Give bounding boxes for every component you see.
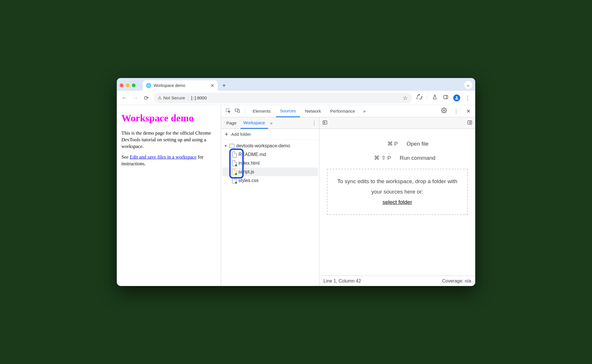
close-tab-button[interactable]: ✕ [210, 83, 214, 88]
url-text: [::]:8000 [191, 95, 207, 100]
cursor-position: Line 1, Column 42 [323, 278, 361, 284]
file-index-html[interactable]: index.html [222, 159, 318, 168]
page-paragraph-2: See Edit and save files in a workspace f… [121, 154, 216, 167]
content-area: Workspace demo This is the demo page for… [117, 105, 475, 286]
collapse-navigator-icon[interactable] [322, 120, 328, 126]
tab-title: Workspace demo [154, 83, 185, 88]
navigator-menu-icon[interactable]: ⋮ [312, 120, 317, 126]
address-bar[interactable]: ⚠ Not Secure [::]:8000 ☆ [154, 93, 412, 103]
new-tab-button[interactable]: + [219, 80, 229, 91]
tab-sources[interactable]: Sources [276, 105, 300, 117]
tab-search-button[interactable]: ⌄ [464, 81, 472, 89]
back-button[interactable]: ← [121, 94, 128, 101]
workspace-tutorial-link[interactable]: Edit and save files in a workspace [130, 154, 197, 160]
tree-folder[interactable]: ▼ devtools-workspace-demo [222, 142, 318, 150]
tab-elements[interactable]: Elements [249, 105, 275, 117]
more-subtabs-icon[interactable]: » [270, 120, 273, 125]
file-tree: ▼ devtools-workspace-demo README.md inde… [221, 140, 319, 187]
file-label: README.md [238, 152, 266, 157]
file-icon [232, 178, 237, 183]
caret-down-icon: ▼ [224, 144, 227, 148]
page-heading: Workspace demo [121, 112, 216, 125]
file-styles-css[interactable]: styles.css [222, 176, 318, 185]
profile-button[interactable] [453, 94, 460, 101]
collapse-debugger-icon[interactable] [467, 120, 472, 126]
folder-icon [229, 144, 234, 148]
editor-toolbar [319, 117, 475, 129]
subtab-workspace[interactable]: Workspace [240, 118, 268, 129]
devtools-body: Page Workspace » ⋮ + Add folder ▼ [221, 117, 475, 286]
file-script-js[interactable]: script.js [222, 168, 318, 176]
shortcut-label: Open file [406, 141, 428, 147]
more-tabs-icon[interactable]: » [360, 109, 368, 114]
svg-rect-4 [238, 110, 240, 112]
security-chip[interactable]: ⚠ Not Secure [158, 95, 185, 101]
tab-performance[interactable]: Performance [326, 105, 359, 117]
globe-icon: 🌐 [146, 83, 151, 88]
add-folder-button[interactable]: + Add folder [221, 129, 319, 140]
file-icon [232, 160, 237, 166]
browser-toolbar: ← → ⟳ ⚠ Not Secure [::]:8000 ☆ ⋮ [117, 91, 475, 105]
browser-tab[interactable]: 🌐 Workspace demo ✕ [143, 80, 218, 91]
devtools-panel: Elements Sources Network Performance » ⋮… [221, 105, 475, 286]
add-folder-label: Add folder [231, 132, 251, 137]
warning-icon: ⚠ [158, 95, 162, 101]
svg-point-5 [443, 110, 445, 111]
close-window-button[interactable] [120, 83, 123, 87]
sources-navigator: Page Workspace » ⋮ + Add folder ▼ [221, 117, 319, 286]
svg-rect-0 [444, 95, 448, 99]
settings-icon[interactable] [440, 107, 448, 115]
device-toggle-icon[interactable] [233, 108, 241, 114]
page-content: Workspace demo This is the demo page for… [117, 105, 221, 286]
sources-editor-pane: ⌘ P Open file ⌘ ⇧ P Run command To sync … [319, 117, 475, 286]
extensions-icon[interactable] [416, 94, 423, 101]
maximize-window-button[interactable] [132, 83, 136, 87]
shortcut-keys: ⌘ ⇧ P [359, 155, 391, 161]
inspect-icon[interactable] [224, 108, 232, 114]
drop-zone-text: To sync edits to the workspace, drop a f… [336, 176, 459, 197]
file-label: index.html [238, 161, 260, 166]
file-icon [232, 169, 237, 175]
hint-run-command: ⌘ ⇧ P Run command [359, 155, 436, 161]
editor-status-bar: Line 1, Column 42 Coverage: n/a [319, 276, 475, 286]
bookmark-icon[interactable]: ☆ [403, 94, 408, 101]
workspace-drop-zone[interactable]: To sync edits to the workspace, drop a f… [327, 169, 468, 215]
subtab-page[interactable]: Page [223, 117, 239, 129]
shortcut-keys: ⌘ P [366, 140, 398, 147]
devtools-menu-icon[interactable]: ⋮ [452, 108, 460, 114]
devtools-tabs: Elements Sources Network Performance » ⋮… [221, 105, 475, 117]
security-label: Not Secure [163, 95, 185, 100]
side-panel-icon[interactable] [442, 94, 449, 101]
shortcut-label: Run command [400, 155, 436, 161]
forward-button[interactable]: → [132, 94, 139, 101]
page-paragraph-1: This is the demo page for the official C… [121, 130, 216, 150]
close-devtools-icon[interactable]: ✕ [464, 108, 472, 114]
browser-window: 🌐 Workspace demo ✕ + ⌄ ← → ⟳ ⚠ Not Secur… [117, 78, 475, 286]
browser-menu-button[interactable]: ⋮ [464, 95, 471, 101]
minimize-window-button[interactable] [126, 83, 130, 87]
tab-network[interactable]: Network [301, 105, 325, 117]
labs-icon[interactable] [431, 94, 438, 101]
file-icon [232, 152, 237, 157]
select-folder-link[interactable]: select folder [382, 199, 412, 205]
tab-strip: 🌐 Workspace demo ✕ + ⌄ [117, 78, 475, 91]
hint-open-file: ⌘ P Open file [366, 140, 428, 147]
navigator-tabs: Page Workspace » ⋮ [221, 117, 319, 129]
reload-button[interactable]: ⟳ [143, 94, 150, 101]
window-controls [120, 80, 136, 91]
file-readme[interactable]: README.md [222, 150, 318, 159]
editor-empty-state: ⌘ P Open file ⌘ ⇧ P Run command To sync … [319, 129, 475, 276]
file-label: script.js [238, 169, 254, 174]
file-label: styles.css [238, 178, 258, 183]
folder-name: devtools-workspace-demo [236, 143, 290, 148]
plus-icon: + [225, 131, 228, 138]
coverage-status: Coverage: n/a [442, 278, 471, 284]
